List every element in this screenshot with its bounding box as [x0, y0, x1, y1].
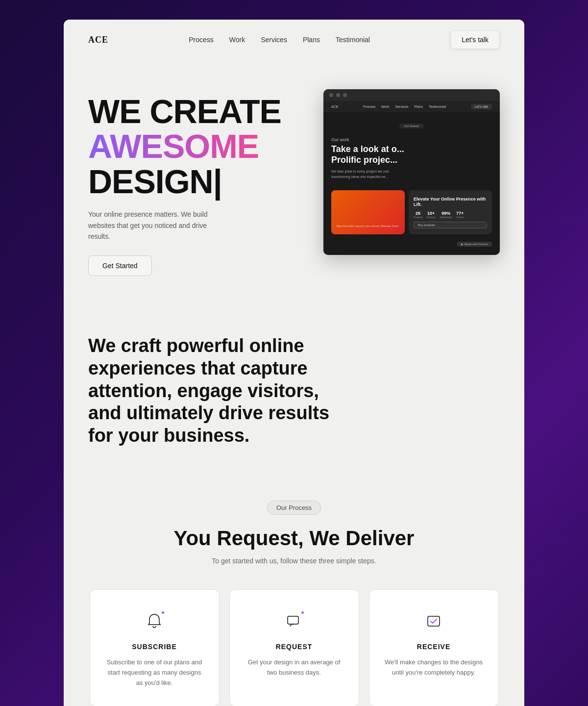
process-subtext: To get started with us, follow these thr…: [88, 557, 500, 565]
hero-mockup: ACE Process Work Services Plans Testimon…: [323, 89, 500, 255]
mock-card2-title: Elevate Your Online Presence with Lift.: [414, 197, 487, 208]
process-section: Our Process You Request, We Deliver To g…: [64, 481, 524, 706]
mock-stats: 26 Projects 10+ Services 99% Satisfactio…: [414, 211, 487, 219]
logo: ACE: [88, 35, 108, 45]
lets-talk-button[interactable]: Let's talk: [450, 30, 500, 49]
request-description: Get your design in an average of two bus…: [244, 657, 345, 678]
receive-description: We'll make changes to the designs until …: [383, 657, 485, 678]
tagline-text: We craft powerful online experiences tha…: [88, 335, 343, 447]
mock-our-work: Our work: [331, 137, 492, 142]
mock-cards-area: Skip the build, launch your dream Websit…: [331, 190, 492, 234]
hero-section: WE CREATE AWESOME DESIGN| Your online pr…: [64, 60, 524, 305]
mock-nav-process: Process: [363, 105, 375, 108]
process-badge: Our Process: [267, 501, 321, 515]
mock-stat-3: 99% Satisfaction: [440, 211, 452, 219]
subscribe-icon-container: [143, 609, 166, 633]
hero-line2: AWESOME: [88, 127, 259, 165]
browser-mockup: ACE Process Work Services Plans Testimon…: [323, 89, 500, 255]
process-card-receive: RECEIVE We'll make changes to the design…: [369, 589, 499, 706]
mock-cta: Let's talk: [471, 104, 492, 109]
stat-lbl-4: Clients: [456, 216, 464, 219]
mock-card-dark: Skip the build, launch your dream Websit…: [331, 190, 405, 234]
browser-nav-bar: ACE Process Work Services Plans Testimon…: [323, 101, 500, 112]
mock-nav: Process Work Services Plans Testimonial: [363, 105, 446, 108]
process-cards: SUBSCRIBE Subscribe to one of our plans …: [88, 589, 500, 706]
mock-nav-work: Work: [381, 105, 389, 108]
main-nav: Process Work Services Plans Testimonial: [189, 36, 370, 44]
mock-card-light: Elevate Your Online Presence with Lift. …: [409, 190, 492, 234]
stat-num-4: 77+: [456, 211, 464, 216]
bell-notification-dot: [161, 610, 165, 615]
stat-lbl-2: Services: [426, 216, 436, 219]
page-wrapper: ACE Process Work Services Plans Testimon…: [64, 20, 524, 706]
hero-line1: WE CREATE: [88, 93, 281, 130]
process-card-request: REQUEST Get your design in an average of…: [229, 589, 359, 706]
nav-item-plans[interactable]: Plans: [303, 36, 320, 44]
browser-dot-2: [336, 93, 340, 97]
stat-lbl-1: Projects: [414, 216, 422, 219]
request-icon-container: [282, 609, 306, 633]
mock-nav-testimonial: Testimonial: [429, 105, 446, 108]
browser-bar: [323, 89, 500, 101]
check-icon: [424, 611, 443, 631]
receive-title: RECEIVE: [383, 643, 485, 651]
hero-subtitle: Your online presence matters. We build w…: [88, 209, 225, 242]
mock-stat-4: 77+ Clients: [456, 211, 464, 219]
mock-nav-plans: Plans: [414, 105, 423, 108]
mock-hero-area: Our work Take a look at o...Prolific pro…: [331, 137, 492, 185]
receive-icon-container: [422, 609, 445, 633]
stat-lbl-3: Satisfaction: [440, 216, 452, 219]
subscribe-title: SUBSCRIBE: [104, 643, 205, 651]
chat-notification-dot: [300, 610, 305, 615]
mock-buy-btn: Buy template: [414, 222, 487, 228]
nav-item-work[interactable]: Work: [229, 36, 245, 44]
nav-item-services[interactable]: Services: [261, 36, 287, 44]
mock-tag: Get Started: [399, 124, 424, 128]
process-card-subscribe: SUBSCRIBE Subscribe to one of our plans …: [90, 589, 220, 706]
browser-dot-3: [343, 93, 347, 97]
mock-stat-2: 10+ Services: [426, 211, 436, 219]
stat-num-3: 99%: [440, 211, 452, 216]
svg-rect-0: [288, 616, 298, 624]
mock-hero-text-area: Our work Take a look at o...Prolific pro…: [331, 137, 492, 185]
bell-icon: [145, 611, 164, 631]
mock-card-label: Skip the build, launch your dream Websit…: [336, 225, 400, 227]
mock-content-top: Get Started: [331, 120, 492, 132]
chat-icon: [284, 611, 304, 631]
svg-rect-1: [428, 616, 440, 626]
mock-description: We take pride in every project we und...…: [331, 169, 429, 179]
nav-item-process[interactable]: Process: [189, 36, 214, 44]
request-title: REQUEST: [244, 643, 345, 651]
browser-content: Get Started Our work Take a look at o...…: [323, 112, 500, 255]
mock-logo: ACE: [331, 105, 338, 108]
header: ACE Process Work Services Plans Testimon…: [64, 20, 524, 60]
mock-stat-1: 26 Projects: [414, 211, 422, 219]
mock-nav-services: Services: [395, 105, 409, 108]
stat-num-1: 26: [414, 211, 422, 216]
mock-heading: Take a look at o...Prolific projec...: [331, 144, 492, 165]
hero-content: WE CREATE AWESOME DESIGN| Your online pr…: [88, 89, 304, 276]
browser-dot-1: [329, 93, 333, 97]
mock-framer-badge: ▶ Made with Framer: [331, 238, 492, 247]
hero-title: WE CREATE AWESOME DESIGN|: [88, 94, 304, 199]
hero-line3: DESIGN|: [88, 163, 222, 200]
stat-num-2: 10+: [426, 211, 436, 216]
tagline-section: We craft powerful online experiences tha…: [64, 305, 524, 481]
process-heading: You Request, We Deliver: [88, 527, 500, 550]
nav-item-testimonial[interactable]: Testimonial: [336, 36, 370, 44]
subscribe-description: Subscribe to one of our plans and start …: [104, 657, 205, 688]
get-started-button[interactable]: Get Started: [88, 255, 152, 276]
